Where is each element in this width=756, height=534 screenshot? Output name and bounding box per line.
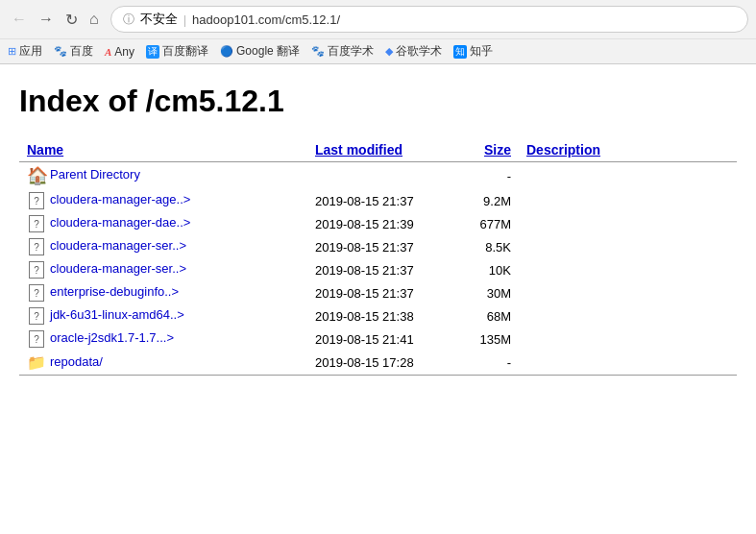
file-icon: ?: [27, 238, 46, 255]
file-modified: 2019-08-15 21:37: [307, 189, 461, 212]
home-button[interactable]: ⌂: [85, 9, 103, 30]
file-size: -: [461, 162, 519, 190]
folder-icon: 📁: [27, 353, 46, 372]
zhihu-icon: 知: [453, 45, 467, 59]
browser-toolbar: ← → ↻ ⌂ ⓘ 不安全 | hadoop101.com/cm5.12.1/: [0, 0, 756, 38]
table-row: 🏠Parent Directory-: [19, 162, 737, 190]
bookmark-zhihu-label: 知乎: [470, 43, 493, 60]
url-separator: |: [183, 12, 186, 27]
file-modified: [307, 162, 461, 190]
file-size: 68M: [461, 304, 519, 328]
apps-icon: ⊞: [8, 45, 16, 58]
col-header-name[interactable]: Name: [19, 138, 307, 162]
security-label: 不安全: [140, 11, 178, 28]
bookmark-baidu[interactable]: 🐾 百度: [54, 43, 93, 60]
baidu-icon: 🐾: [54, 45, 67, 58]
file-description: [519, 235, 737, 258]
file-link[interactable]: cloudera-manager-dae..>: [50, 215, 190, 230]
file-link[interactable]: enterprise-debuginfo..>: [50, 284, 179, 299]
file-size: 10K: [461, 258, 519, 281]
file-size: 677M: [461, 212, 519, 235]
file-link[interactable]: cloudera-manager-age..>: [50, 192, 190, 206]
nav-buttons: ← → ↻ ⌂: [8, 9, 103, 31]
file-modified: 2019-08-15 21:37: [307, 258, 461, 281]
file-description: [519, 162, 737, 190]
file-modified: 2019-08-15 17:28: [307, 351, 461, 376]
table-footer-row: [19, 376, 737, 380]
file-icon: ?: [27, 284, 46, 302]
file-description: [519, 328, 737, 351]
bookmarks-bar: ⊞ 应用 🐾 百度 A Any 译 百度翻译 🔵 Google 翻译 🐾 百度学…: [0, 38, 756, 63]
bookmark-google-translate-label: Google 翻译: [236, 43, 300, 60]
table-row: ?jdk-6u31-linux-amd64..>2019-08-15 21:38…: [19, 304, 737, 328]
back-button[interactable]: ←: [8, 9, 31, 30]
table-row: ?enterprise-debuginfo..>2019-08-15 21:37…: [19, 281, 737, 304]
file-size: 135M: [461, 328, 519, 351]
browser-chrome: ← → ↻ ⌂ ⓘ 不安全 | hadoop101.com/cm5.12.1/ …: [0, 0, 756, 64]
file-description: [519, 304, 737, 328]
col-header-modified[interactable]: Last modified: [307, 138, 461, 162]
table-row: ?oracle-j2sdk1.7-1.7...>2019-08-15 21:41…: [19, 328, 737, 351]
bookmark-google-scholar[interactable]: ◆ 谷歌学术: [385, 43, 442, 60]
bookmark-zhihu[interactable]: 知 知乎: [453, 43, 493, 60]
col-header-description[interactable]: Description: [519, 138, 737, 162]
bookmark-google-scholar-label: 谷歌学术: [396, 43, 442, 60]
file-size: 8.5K: [461, 235, 519, 258]
table-row: ?cloudera-manager-ser..>2019-08-15 21:37…: [19, 235, 737, 258]
bookmark-baidu-translate[interactable]: 译 百度翻译: [146, 43, 208, 60]
page-title: Index of /cm5.12.1: [19, 84, 737, 119]
col-header-size[interactable]: Size: [461, 138, 519, 162]
file-description: [519, 351, 737, 376]
baidu-scholar-icon: 🐾: [311, 45, 325, 58]
security-icon: ⓘ: [123, 12, 134, 28]
table-row: ?cloudera-manager-ser..>2019-08-15 21:37…: [19, 258, 737, 281]
directory-table: Name Last modified Size Description 🏠Par…: [19, 138, 737, 379]
any-icon: A: [105, 46, 111, 58]
bookmark-baidu-scholar[interactable]: 🐾 百度学术: [311, 43, 374, 60]
address-bar[interactable]: ⓘ 不安全 | hadoop101.com/cm5.12.1/: [110, 6, 748, 33]
bookmark-any[interactable]: A Any: [105, 45, 134, 59]
file-link[interactable]: cloudera-manager-ser..>: [50, 261, 186, 276]
file-icon: ?: [27, 192, 46, 209]
file-size: 30M: [461, 281, 519, 304]
file-link[interactable]: cloudera-manager-ser..>: [50, 238, 186, 253]
url-display: hadoop101.com/cm5.12.1/: [192, 12, 340, 27]
file-link[interactable]: oracle-j2sdk1.7-1.7...>: [50, 330, 174, 345]
bookmark-baidu-label: 百度: [70, 43, 93, 60]
parent-dir-icon: 🏠: [27, 165, 46, 186]
google-scholar-icon: ◆: [385, 45, 393, 58]
bookmark-baidu-translate-label: 百度翻译: [162, 43, 208, 60]
file-description: [519, 281, 737, 304]
bookmark-apps-label: 应用: [19, 43, 42, 60]
file-icon: ?: [27, 307, 46, 325]
file-link[interactable]: repodata/: [50, 354, 103, 369]
refresh-button[interactable]: ↻: [61, 9, 82, 31]
file-modified: 2019-08-15 21:37: [307, 235, 461, 258]
table-row: ?cloudera-manager-age..>2019-08-15 21:37…: [19, 189, 737, 212]
bookmark-baidu-scholar-label: 百度学术: [328, 43, 374, 60]
table-header-row: Name Last modified Size Description: [19, 138, 737, 162]
file-size: 9.2M: [461, 189, 519, 212]
bookmark-any-label: Any: [114, 45, 134, 59]
file-link[interactable]: jdk-6u31-linux-amd64..>: [50, 307, 184, 322]
file-icon: ?: [27, 215, 46, 232]
file-description: [519, 189, 737, 212]
file-modified: 2019-08-15 21:38: [307, 304, 461, 328]
table-row: 📁repodata/2019-08-15 17:28-: [19, 351, 737, 376]
file-icon: ?: [27, 330, 46, 348]
file-icon: ?: [27, 261, 46, 279]
table-footer-cell: [19, 376, 737, 380]
bookmark-apps[interactable]: ⊞ 应用: [8, 43, 42, 60]
google-translate-icon: 🔵: [220, 45, 233, 58]
file-modified: 2019-08-15 21:39: [307, 212, 461, 235]
file-description: [519, 258, 737, 281]
forward-button[interactable]: →: [35, 9, 58, 30]
bookmark-google-translate[interactable]: 🔵 Google 翻译: [220, 43, 300, 60]
file-size: -: [461, 351, 519, 376]
table-row: ?cloudera-manager-dae..>2019-08-15 21:39…: [19, 212, 737, 235]
baidu-translate-icon: 译: [146, 45, 159, 59]
file-modified: 2019-08-15 21:37: [307, 281, 461, 304]
file-link[interactable]: Parent Directory: [50, 167, 140, 182]
page-content: Index of /cm5.12.1 Name Last modified Si…: [0, 64, 756, 399]
file-description: [519, 212, 737, 235]
